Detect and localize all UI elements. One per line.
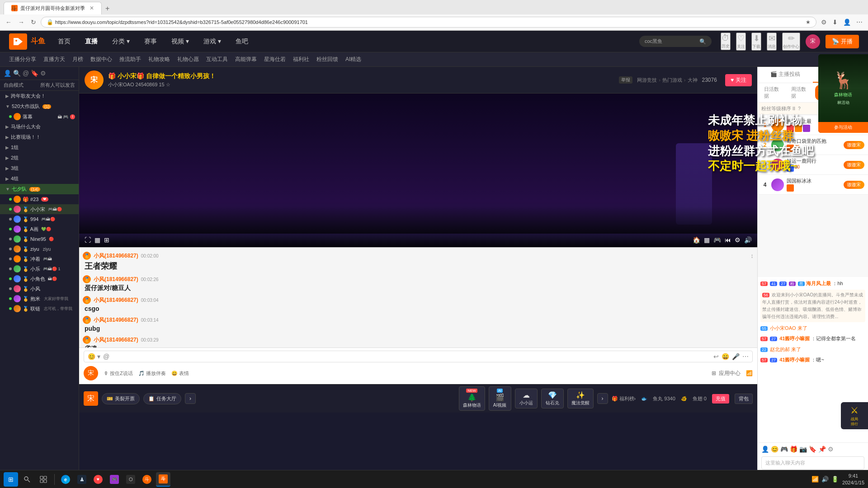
taskbar-search[interactable] — [20, 472, 34, 487]
message-btn[interactable]: ✉ 消息 — [767, 33, 777, 51]
tree-item-g2[interactable]: ▶ 2组 — [0, 153, 79, 163]
sub-nav-item-4[interactable]: 数据中心 — [90, 55, 112, 64]
breadcrumb-1[interactable]: 网游竞技 — [637, 77, 657, 84]
app-center-btn[interactable]: ⊞ 应用中心 — [712, 370, 741, 377]
right-tool-6[interactable]: 🔖 — [809, 446, 816, 453]
pip-btn[interactable]: ⊞ — [104, 236, 109, 244]
volume-btn[interactable]: 🔊 — [744, 236, 752, 244]
member-xiaojiaose[interactable]: 🏅 小角色 🏔🔴 — [0, 274, 79, 284]
history-btn[interactable]: ⏱ 历史 — [721, 33, 731, 50]
sub-nav-item-2[interactable]: 直播方天 — [43, 55, 65, 64]
nav-competition[interactable]: 赛事 — [141, 36, 160, 47]
download-header-btn[interactable]: ⬇ 下载 — [751, 33, 761, 51]
settings-icon[interactable]: ⚙ — [40, 70, 46, 77]
download-btn[interactable]: ⬇ — [830, 17, 840, 28]
member-chongzhe[interactable]: 🏅 冲着 🎮🏔 — [0, 254, 79, 264]
send-gift-btn-4[interactable]: 嗷嗷宋 — [844, 181, 864, 189]
back-button[interactable]: ← — [4, 17, 14, 28]
address-bar[interactable]: 🔒 https://www.douyu.com/topic/dzpdtssmes… — [41, 17, 816, 28]
member-23[interactable]: 🎁 #23 ❤ — [0, 194, 79, 204]
more-btn[interactable]: ⋯ — [742, 353, 749, 360]
tree-item-g4[interactable]: ▶ 4组 — [0, 174, 79, 184]
sub-nav-item-8[interactable]: 互动工具 — [206, 55, 228, 64]
tree-item-4[interactable]: ▶ 比赛现场！！ — [0, 132, 79, 142]
sub-nav-item-1[interactable]: 王播分分享 — [9, 55, 36, 64]
tree-item-g3[interactable]: ▶ 3组 — [0, 163, 79, 174]
mic-btn[interactable]: 🎤 — [732, 353, 740, 360]
sub-nav-item-12[interactable]: 粉丝回馈 — [316, 55, 338, 64]
user-avatar-bottom[interactable]: 宋 — [84, 366, 98, 380]
nav-live[interactable]: 直播 — [81, 36, 101, 47]
emoji-selector-btn[interactable]: 😊 ▾ — [88, 353, 100, 360]
send-gift-btn-3[interactable]: 嗷嗷宋 — [844, 161, 864, 169]
taskbar-app-5[interactable]: 斗 — [140, 472, 154, 487]
member-ahua[interactable]: 🏅 A画 💚🔴 — [0, 224, 79, 234]
nav-home[interactable]: 首页 — [54, 36, 74, 47]
voice-talk-btn[interactable]: 🎙 按住Z说话 — [104, 370, 133, 377]
right-tool-4[interactable]: 🎁 — [790, 446, 797, 453]
collapse-btn[interactable]: › — [185, 393, 196, 404]
gamepad-btn[interactable]: 🎮 — [713, 236, 721, 244]
member-nine95[interactable]: 🏅 Nine95 🔴 — [0, 234, 79, 244]
backpack-btn[interactable]: 背包 — [735, 394, 753, 404]
breadcrumb-2[interactable]: 热门游戏 — [662, 77, 682, 84]
member-lianlian[interactable]: 🏅 联链 志可机，带带我 — [0, 304, 79, 314]
creator-btn[interactable]: ✏ 创作中心 — [782, 33, 800, 51]
taskbar-active-browser[interactable]: 斗 — [156, 472, 170, 487]
expand-btn[interactable]: › — [597, 393, 608, 404]
taskbar-taskview[interactable] — [36, 472, 51, 487]
chat-input-field[interactable] — [112, 353, 711, 360]
nav-fishbar[interactable]: 鱼吧 — [232, 36, 252, 47]
bottom-avatar-btn[interactable]: 宋 — [84, 391, 98, 406]
forest-btn[interactable]: NEW 🌲 森林物语 — [459, 386, 485, 411]
member-luomu[interactable]: 落幕 🏔 🎮 ! — [0, 112, 79, 122]
menu-btn[interactable]: ⋯ — [854, 17, 864, 28]
bookmark-icon[interactable]: 🔖 — [31, 70, 38, 77]
forward-button[interactable]: → — [16, 17, 26, 28]
sub-tab-weekly[interactable]: 周活数据 — [788, 85, 813, 100]
play-music-btn[interactable]: 🎵 播放伴奏 — [138, 370, 166, 377]
sub-nav-item-3[interactable]: 月榜 — [72, 55, 83, 64]
fullscreen-btn[interactable]: ⛶ — [85, 236, 91, 244]
overlay-join-btn[interactable]: 参与活动 — [818, 122, 868, 133]
member-xiaosong[interactable]: 🏅 小小宋 🎮🏔🔴 — [0, 204, 79, 214]
task-btn[interactable]: 🎫 美裂开票 — [102, 393, 140, 404]
breadcrumb-3[interactable]: 大神 — [688, 77, 698, 84]
at-icon[interactable]: @ — [23, 70, 29, 77]
nav-video[interactable]: 视频 ▾ — [168, 36, 193, 47]
prev-btn[interactable]: ⏮ — [725, 236, 731, 244]
taskbar-app-2[interactable]: ♥ — [91, 472, 105, 487]
send-gift-btn-2[interactable]: 嗷嗷宋 — [844, 141, 864, 149]
member-xiaole[interactable]: 🏅 小乐 🎮🏔🔴 1 — [0, 264, 79, 274]
user-icon[interactable]: 👤 — [4, 70, 11, 77]
taskbar-app-3[interactable]: 🎮 — [107, 472, 122, 487]
sub-nav-item-11[interactable]: 福利社 — [293, 55, 309, 64]
home-btn[interactable]: 🏠 — [693, 236, 700, 244]
right-tool-2[interactable]: 😊 — [771, 446, 778, 453]
tree-item-g1[interactable]: ▶ 1组 — [0, 142, 79, 153]
right-tool-8[interactable]: ⚙ — [828, 446, 834, 453]
sub-tab-daily[interactable]: 日活数据 — [761, 85, 786, 100]
right-tab-streamer[interactable]: 🎬 主播投稿 — [758, 67, 813, 83]
msg-options-btn-1[interactable]: ↕ — [750, 253, 754, 259]
diamond-btn[interactable]: 💎 钻石兑 — [541, 389, 564, 408]
refresh-button[interactable]: ↻ — [29, 17, 38, 28]
profile-btn[interactable]: 👤 — [841, 17, 853, 28]
follow-btn[interactable]: ♡ 关注 — [736, 33, 746, 51]
tree-item-3[interactable]: ▶ 马场什么大会 — [0, 122, 79, 132]
mission-btn[interactable]: 📋 任务大厅 — [143, 393, 181, 404]
new-tab-button[interactable]: + — [102, 3, 113, 14]
at-btn[interactable]: @ — [103, 353, 109, 360]
right-tool-3[interactable]: 🎮 — [780, 446, 788, 453]
reply-btn[interactable]: ↩ — [713, 353, 719, 360]
right-tool-7[interactable]: 📌 — [818, 446, 826, 453]
tab-close-btn[interactable]: ✕ — [90, 5, 94, 11]
ai-video-btn[interactable]: AI 🎬 AI视频 — [489, 386, 511, 411]
active-tab[interactable]: 斗 蛋仔派对月圆哥待金新派对季 ✕ — [4, 2, 102, 14]
member-ziyu[interactable]: 🏅 ziyu ziyu — [0, 244, 79, 254]
sub-nav-item-13[interactable]: AI精选 — [345, 55, 361, 64]
user-avatar[interactable]: 宋 — [806, 34, 820, 49]
follow-button[interactable]: ♥ 关注 — [725, 74, 752, 86]
tree-item-1[interactable]: ▶ 跨年歌友大会！ — [0, 91, 79, 101]
recharge-btn[interactable]: 充值 — [712, 394, 729, 404]
